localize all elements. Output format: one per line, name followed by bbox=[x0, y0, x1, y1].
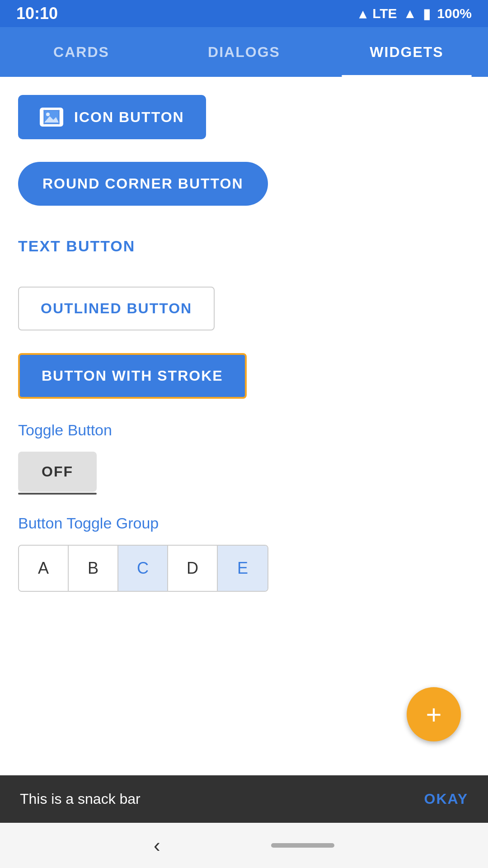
toggle-group-item-d[interactable]: D bbox=[168, 546, 218, 591]
fab-icon: + bbox=[426, 699, 441, 730]
toggle-group-item-c[interactable]: C bbox=[118, 546, 168, 591]
tab-widgets[interactable]: WIDGETS bbox=[325, 27, 488, 77]
stroke-button-label: BUTTON WITH STROKE bbox=[42, 368, 223, 384]
status-bar: 10:10 ▴ LTE ▲ ▮ 100% bbox=[0, 0, 488, 27]
bottom-nav: ‹ bbox=[0, 823, 488, 868]
icon-button-section: ICON BUTTON bbox=[18, 95, 470, 139]
snack-bar: This is a snack bar OKAY bbox=[0, 775, 488, 823]
toggle-group-item-a[interactable]: A bbox=[19, 546, 69, 591]
text-button[interactable]: TEXT BUTTON bbox=[18, 228, 135, 264]
icon-button-label: ICON BUTTON bbox=[74, 109, 184, 126]
lte-label: LTE bbox=[372, 6, 397, 21]
toggle-group-item-e[interactable]: E bbox=[218, 546, 267, 591]
status-icons: ▴ LTE ▲ ▮ 100% bbox=[359, 6, 472, 22]
toggle-button-label: Toggle Button bbox=[18, 421, 470, 439]
tab-cards[interactable]: CARDS bbox=[0, 27, 163, 77]
snack-bar-action[interactable]: OKAY bbox=[424, 791, 468, 807]
main-content: ICON BUTTON ROUND CORNER BUTTON TEXT BUT… bbox=[0, 77, 488, 868]
stroke-button-section: BUTTON WITH STROKE bbox=[18, 353, 470, 399]
outlined-button-label: OUTLINED BUTTON bbox=[41, 300, 192, 316]
toggle-group-section-label: Button Toggle Group bbox=[18, 514, 470, 532]
round-corner-button[interactable]: ROUND CORNER BUTTON bbox=[18, 162, 268, 206]
round-corner-label: ROUND CORNER BUTTON bbox=[42, 175, 244, 192]
status-time: 10:10 bbox=[16, 4, 58, 23]
outlined-button-section: OUTLINED BUTTON bbox=[18, 287, 470, 330]
home-indicator[interactable] bbox=[271, 843, 334, 848]
battery-icon: ▮ bbox=[423, 6, 431, 22]
stroke-button[interactable]: BUTTON WITH STROKE bbox=[18, 353, 247, 399]
toggle-group-item-b[interactable]: B bbox=[69, 546, 118, 591]
tab-dialogs[interactable]: DIALOGS bbox=[163, 27, 325, 77]
fab-button[interactable]: + bbox=[407, 687, 461, 741]
toggle-group-section: Button Toggle Group A B C D E bbox=[18, 514, 470, 592]
toggle-off-label: OFF bbox=[42, 463, 73, 480]
icon-button[interactable]: ICON BUTTON bbox=[18, 95, 206, 139]
signal-icon: ▲ bbox=[404, 6, 417, 21]
wifi-icon: ▴ bbox=[359, 6, 366, 22]
round-corner-section: ROUND CORNER BUTTON bbox=[18, 162, 470, 206]
toggle-button-section: Toggle Button OFF bbox=[18, 421, 470, 492]
text-button-label: TEXT BUTTON bbox=[18, 237, 135, 255]
toggle-off-button[interactable]: OFF bbox=[18, 452, 97, 492]
outlined-button[interactable]: OUTLINED BUTTON bbox=[18, 287, 215, 330]
battery-label: 100% bbox=[437, 6, 472, 21]
toggle-group: A B C D E bbox=[18, 545, 268, 592]
svg-point-5 bbox=[46, 113, 50, 116]
back-button[interactable]: ‹ bbox=[154, 834, 160, 857]
button-icon bbox=[40, 108, 63, 127]
tab-bar: CARDS DIALOGS WIDGETS bbox=[0, 27, 488, 77]
text-button-section: TEXT BUTTON bbox=[18, 228, 470, 264]
snack-bar-message: This is a snack bar bbox=[20, 791, 141, 807]
